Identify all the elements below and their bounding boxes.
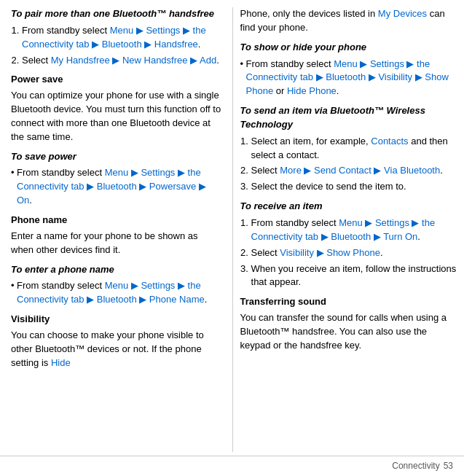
- step6-3-plain: When you receive an item, follow the ins…: [251, 263, 457, 288]
- subsection4-heading: Transferring sound: [240, 295, 457, 309]
- right-column: Phone, only the devices listed in My Dev…: [232, 7, 457, 452]
- subsection3-text: You can choose to make your phone visibl…: [11, 329, 221, 370]
- step5-2-end: .: [440, 165, 443, 176]
- subsection1-heading: Power save: [11, 73, 221, 87]
- step1-1-plain: From standby select: [22, 25, 110, 36]
- bullet3-plain: From standby select: [246, 58, 334, 69]
- subsection2-heading: Phone name: [11, 214, 221, 227]
- bullet1-item: From standby select Menu ▶ Settings ▶ th…: [11, 166, 221, 208]
- bullet3-list: From standby select Menu ▶ Settings ▶ th…: [240, 58, 457, 99]
- subsection4-text: You can transfer the sound for calls whe…: [240, 311, 457, 353]
- subsection2-text: Enter a name for your phone to be shown …: [11, 230, 221, 257]
- bullet3-hide: Hide Phone: [287, 85, 337, 96]
- step6-1-before: From standby select: [251, 217, 339, 228]
- step6-1: From standby select Menu ▶ Settings ▶ th…: [251, 216, 457, 244]
- steps6-list: From standby select Menu ▶ Settings ▶ th…: [251, 216, 457, 289]
- bullet2-list: From standby select Menu ▶ Settings ▶ th…: [11, 279, 221, 307]
- step5-2-colored: More ▶ Send Contact ▶ Via Bluetooth: [280, 165, 440, 176]
- step1-1-end: .: [198, 39, 201, 50]
- step5-1: Select an item, for example, Contacts an…: [251, 135, 457, 163]
- bullet1-list: From standby select Menu ▶ Settings ▶ th…: [11, 166, 221, 208]
- step1-2-plain: Select: [22, 55, 51, 66]
- step5-1-before: Select an item, for example,: [251, 136, 371, 147]
- step6-2: Select Visibility ▶ Show Phone.: [251, 246, 457, 260]
- content-columns: To pair more than one Bluetooth™ handsfr…: [0, 7, 464, 452]
- step5-2: Select More ▶ Send Contact ▶ Via Bluetoo…: [251, 164, 457, 178]
- section6-title: To receive an item: [240, 200, 457, 214]
- intro-plain: Phone, only the devices listed in: [240, 8, 378, 19]
- intro-colored: My Devices: [378, 8, 427, 19]
- step5-1-colored: Contacts: [371, 136, 408, 147]
- bullet3-end: .: [337, 85, 339, 96]
- section4-title: To show or hide your phone: [240, 41, 457, 55]
- bullet2-item: From standby select Menu ▶ Settings ▶ th…: [11, 279, 221, 307]
- bullet2-plain: From standby select: [17, 280, 105, 291]
- footer-page-number: 53: [444, 460, 453, 472]
- step6-3: When you receive an item, follow the ins…: [251, 262, 457, 290]
- step1-2: Select My Handsfree ▶ New Handsfree ▶ Ad…: [22, 54, 221, 68]
- step1-1: From standby select Menu ▶ Settings ▶ th…: [22, 24, 221, 52]
- section5-title: To send an item via Bluetooth™ Wireless …: [240, 104, 457, 132]
- section2-title: To save power: [11, 150, 221, 164]
- step5-3-plain: Select the device to send the item to.: [251, 181, 406, 192]
- step1-2-end: .: [216, 55, 219, 66]
- step6-1-end: .: [417, 231, 420, 242]
- bullet1-plain: From standby select: [17, 167, 105, 178]
- step6-2-end: .: [380, 247, 383, 258]
- bullet1-end: .: [29, 195, 32, 206]
- left-column: To pair more than one Bluetooth™ handsfr…: [7, 7, 232, 452]
- subsection3-text-before: You can choose to make your phone visibl…: [11, 329, 204, 368]
- intro-text: Phone, only the devices listed in My Dev…: [240, 7, 457, 35]
- bullet3-or: or: [273, 85, 287, 96]
- section1-title: To pair more than one Bluetooth™ handsfr…: [11, 7, 221, 21]
- step1-2-colored: My Handsfree ▶ New Handsfree ▶ Add: [51, 55, 216, 66]
- subsection3-heading: Visibility: [11, 313, 221, 327]
- subsection1-text: You can optimize your phone for use with…: [11, 89, 221, 144]
- steps1-list: From standby select Menu ▶ Settings ▶ th…: [22, 24, 221, 68]
- step6-2-before: Select: [251, 247, 280, 258]
- bullet2-end: .: [205, 294, 208, 305]
- section3-title: To enter a phone name: [11, 263, 221, 277]
- step6-2-colored: Visibility ▶ Show Phone: [280, 247, 380, 258]
- footer-label: Connectivity: [392, 460, 439, 472]
- page-container: To pair more than one Bluetooth™ handsfr…: [0, 0, 464, 476]
- step5-3: Select the device to send the item to.: [251, 180, 457, 194]
- bullet3-item: From standby select Menu ▶ Settings ▶ th…: [240, 58, 457, 99]
- step5-2-before: Select: [251, 165, 280, 176]
- footer: Connectivity 53: [0, 456, 464, 476]
- steps5-list: Select an item, for example, Contacts an…: [251, 135, 457, 194]
- subsection3-hide: Hide: [51, 357, 71, 368]
